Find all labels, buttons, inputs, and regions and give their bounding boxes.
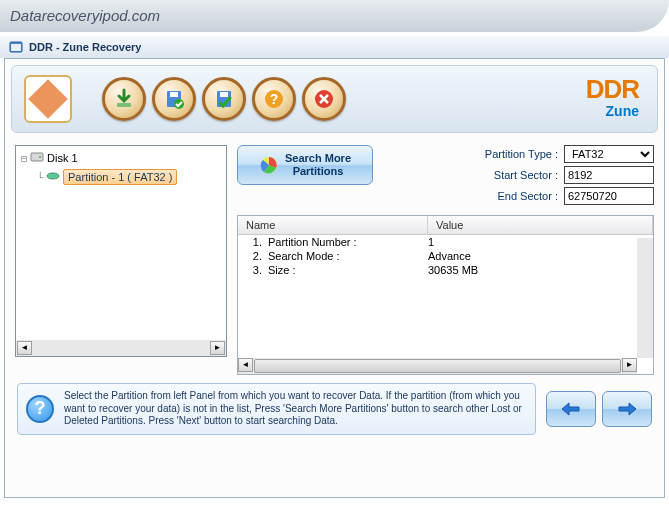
tree-root-label: Disk 1 xyxy=(47,152,78,164)
info-help-icon: ? xyxy=(26,395,54,423)
browser-tab-header: Datarecoveryipod.com xyxy=(0,0,669,32)
save-button[interactable] xyxy=(152,77,196,121)
scroll-right-icon[interactable]: ► xyxy=(622,358,637,372)
start-sector-input[interactable] xyxy=(564,166,654,184)
tree-child-node[interactable]: └ Partition - 1 ( FAT32 ) xyxy=(36,168,222,186)
start-sector-label: Start Sector : xyxy=(485,169,558,181)
svg-point-12 xyxy=(39,156,41,158)
help-button[interactable]: ? xyxy=(252,77,296,121)
left-panel: ⊟ Disk 1 └ Partition - 1 ( FAT32 ) ◄ ► xyxy=(15,145,227,375)
next-button[interactable] xyxy=(602,391,652,427)
table-row[interactable]: 2.Search Mode :Advance xyxy=(238,249,653,263)
end-sector-label: End Sector : xyxy=(485,190,558,202)
svg-rect-1 xyxy=(11,44,21,51)
table-row[interactable]: 3.Size :30635 MB xyxy=(238,263,653,277)
main-window: ? DDR Zune ⊟ Disk 1 └ Partition - 1 xyxy=(4,58,665,498)
svg-rect-7 xyxy=(220,92,228,97)
table-scrollbar-vertical[interactable] xyxy=(637,238,653,358)
partition-type-label: Partition Type : xyxy=(485,148,558,160)
brand-block: DDR Zune xyxy=(586,74,639,119)
disk-icon xyxy=(30,151,44,165)
row-value: 1 xyxy=(428,236,653,248)
app-window-icon xyxy=(8,39,24,55)
row-name: Search Mode : xyxy=(268,250,428,262)
toolbar-buttons: ? xyxy=(102,77,346,121)
tree-branch-icon: └ xyxy=(37,172,43,183)
row-value: 30635 MB xyxy=(428,264,653,276)
brand-subtitle: Zune xyxy=(586,103,639,119)
search-more-label: Search More Partitions xyxy=(285,152,351,178)
partition-type-select[interactable]: FAT32 xyxy=(564,145,654,163)
row-name: Partition Number : xyxy=(268,236,428,248)
partition-fields: Partition Type : FAT32 Start Sector : En… xyxy=(389,145,654,205)
window-title: DDR - Zune Recovery xyxy=(29,41,141,53)
download-button[interactable] xyxy=(102,77,146,121)
url-text: Datarecoveryipod.com xyxy=(10,7,160,24)
info-text: Select the Partition from left Panel fro… xyxy=(64,390,527,428)
svg-rect-4 xyxy=(170,92,178,97)
partition-details-table: Name Value 1.Partition Number :12.Search… xyxy=(237,215,654,375)
close-button[interactable] xyxy=(302,77,346,121)
row-num: 1. xyxy=(238,236,268,248)
row-name: Size : xyxy=(268,264,428,276)
scroll-left-icon[interactable]: ◄ xyxy=(17,341,32,355)
right-panel: Search More Partitions Partition Type : … xyxy=(237,145,654,375)
partition-icon xyxy=(46,171,60,183)
svg-point-13 xyxy=(47,173,59,179)
svg-rect-2 xyxy=(117,103,131,107)
scroll-left-icon[interactable]: ◄ xyxy=(238,358,253,372)
back-button[interactable] xyxy=(546,391,596,427)
verify-button[interactable] xyxy=(202,77,246,121)
svg-rect-11 xyxy=(31,153,43,161)
tree-scrollbar[interactable]: ◄ ► xyxy=(16,340,226,356)
diamond-icon xyxy=(28,79,68,119)
end-sector-input[interactable] xyxy=(564,187,654,205)
row-num: 3. xyxy=(238,264,268,276)
table-scrollbar-horizontal[interactable]: ◄ ► xyxy=(238,358,637,374)
table-row[interactable]: 1.Partition Number :1 xyxy=(238,235,653,249)
partition-tree[interactable]: ⊟ Disk 1 └ Partition - 1 ( FAT32 ) ◄ ► xyxy=(15,145,227,357)
column-value-header[interactable]: Value xyxy=(428,216,653,234)
top-controls: Search More Partitions Partition Type : … xyxy=(237,145,654,205)
tree-selected-label: Partition - 1 ( FAT32 ) xyxy=(63,169,177,185)
search-more-partitions-button[interactable]: Search More Partitions xyxy=(237,145,373,185)
svg-text:?: ? xyxy=(270,91,279,107)
scroll-thumb[interactable] xyxy=(254,359,621,373)
footer: ? Select the Partition from left Panel f… xyxy=(5,375,664,443)
header-toolbar: ? DDR Zune xyxy=(11,65,658,133)
tree-expand-icon[interactable]: ⊟ xyxy=(21,153,27,164)
brand-title: DDR xyxy=(586,74,639,105)
nav-buttons xyxy=(546,391,652,427)
tree-root-node[interactable]: ⊟ Disk 1 xyxy=(20,150,222,166)
scroll-right-icon[interactable]: ► xyxy=(210,341,225,355)
row-value: Advance xyxy=(428,250,653,262)
content-area: ⊟ Disk 1 └ Partition - 1 ( FAT32 ) ◄ ► xyxy=(5,139,664,375)
row-num: 2. xyxy=(238,250,268,262)
info-box: ? Select the Partition from left Panel f… xyxy=(17,383,536,435)
column-name-header[interactable]: Name xyxy=(238,216,428,234)
table-body: 1.Partition Number :12.Search Mode :Adva… xyxy=(238,235,653,277)
table-header: Name Value xyxy=(238,216,653,235)
window-title-bar: DDR - Zune Recovery xyxy=(0,36,669,58)
pie-chart-icon xyxy=(259,155,279,175)
app-logo-box xyxy=(24,75,72,123)
